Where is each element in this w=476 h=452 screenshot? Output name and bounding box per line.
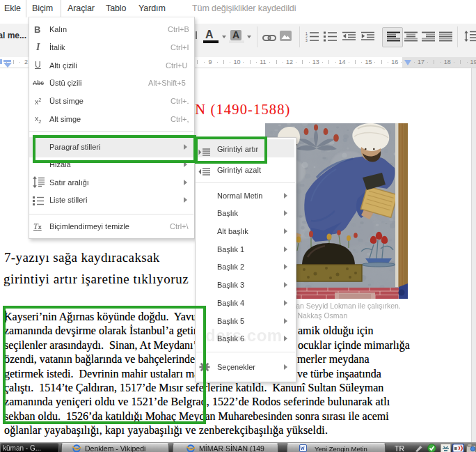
svg-text:3: 3 xyxy=(306,38,308,42)
